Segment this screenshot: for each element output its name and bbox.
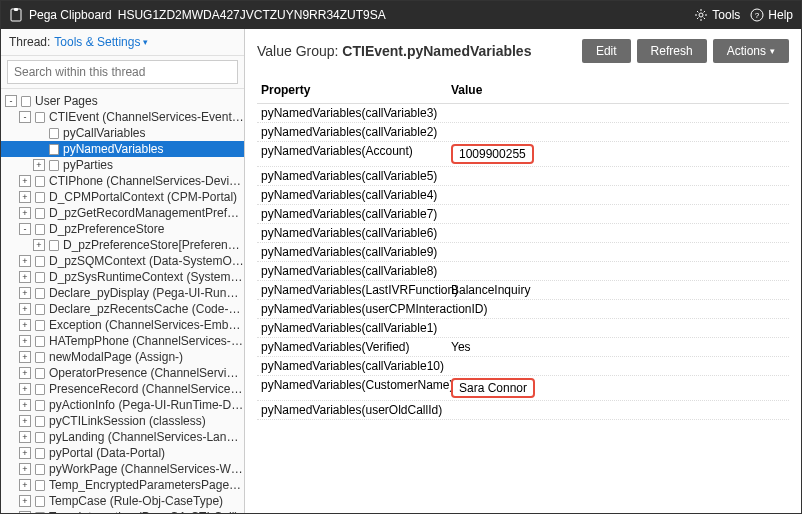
page-icon <box>48 127 60 139</box>
chevron-down-icon: ▾ <box>143 37 148 47</box>
tree-row[interactable]: +D_pzPreferenceStore[PreferenceOpera <box>1 237 244 253</box>
collapse-icon[interactable]: - <box>5 95 17 107</box>
expand-icon[interactable]: + <box>19 255 31 267</box>
tree-row[interactable]: +pyPortal (Data-Portal) <box>1 445 244 461</box>
tree-row[interactable]: +CTIPhone (ChannelServices-Device-Phone <box>1 173 244 189</box>
table-row[interactable]: pyNamedVariables(callVariable6) <box>257 224 789 243</box>
thread-selector[interactable]: Tools & Settings ▾ <box>54 35 148 49</box>
tree-row[interactable]: -User Pages <box>1 93 244 109</box>
table-row[interactable]: pyNamedVariables(userOldCallId) <box>257 401 789 420</box>
expand-icon[interactable]: + <box>19 415 31 427</box>
property-name: pyNamedVariables(callVariable5) <box>261 169 451 183</box>
page-icon <box>34 463 46 475</box>
tools-menu[interactable]: Tools <box>694 8 740 22</box>
tree-row[interactable]: +Declare_pzRecentsCache (Code-Pega-List) <box>1 301 244 317</box>
tree-row[interactable]: +pyActionInfo (Pega-UI-RunTime-Display) <box>1 397 244 413</box>
tree-row[interactable]: pyNamedVariables <box>1 141 244 157</box>
page-icon <box>20 95 32 107</box>
expand-icon[interactable]: + <box>19 351 31 363</box>
expand-icon[interactable]: + <box>19 271 31 283</box>
help-label: Help <box>768 8 793 22</box>
expand-icon[interactable]: + <box>19 287 31 299</box>
page-icon <box>48 239 60 251</box>
tree-row[interactable]: -CTIEvent (ChannelServices-Event-CTILink… <box>1 109 244 125</box>
tree-row[interactable]: +pyParties <box>1 157 244 173</box>
property-value <box>451 403 785 417</box>
edit-button[interactable]: Edit <box>582 39 631 63</box>
expand-icon[interactable]: + <box>19 319 31 331</box>
page-icon <box>34 399 46 411</box>
table-row[interactable]: pyNamedVariables(callVariable5) <box>257 167 789 186</box>
expand-icon[interactable]: + <box>19 447 31 459</box>
table-row[interactable]: pyNamedVariables(callVariable8) <box>257 262 789 281</box>
tree-row[interactable]: +D_CPMPortalContext (CPM-Portal) <box>1 189 244 205</box>
table-row[interactable]: pyNamedVariables(callVariable3) <box>257 104 789 123</box>
expand-icon[interactable]: + <box>19 175 31 187</box>
tree-row[interactable]: +Exception (ChannelServices-Embed-Excep <box>1 317 244 333</box>
expand-icon[interactable]: + <box>19 479 31 491</box>
tree-row[interactable]: +Declare_pyDisplay (Pega-UI-RunTime-Disp <box>1 285 244 301</box>
expand-icon[interactable]: + <box>19 383 31 395</box>
help-menu[interactable]: ? Help <box>750 8 793 22</box>
app-header: Pega Clipboard HSUG1ZD2MWDA427JVCTZUYN9R… <box>1 1 801 29</box>
tree-row[interactable]: +pyCTILinkSession (classless) <box>1 413 244 429</box>
page-icon <box>34 111 46 123</box>
property-name: pyNamedVariables(callVariable6) <box>261 226 451 240</box>
table-row[interactable]: pyNamedVariables(Account)1009900255 <box>257 142 789 167</box>
table-row[interactable]: pyNamedVariables(Verified)Yes <box>257 338 789 357</box>
tree-row[interactable]: +newModalPage (Assign-) <box>1 349 244 365</box>
tree-label: D_pzPreferenceStore <box>49 222 164 236</box>
expand-icon[interactable]: + <box>19 495 31 507</box>
tree-label: TempCase (Rule-Obj-CaseType) <box>49 494 223 508</box>
tree-row[interactable]: +TempCase (Rule-Obj-CaseType) <box>1 493 244 509</box>
collapse-icon[interactable]: - <box>19 111 31 123</box>
table-row[interactable]: pyNamedVariables(userCPMInteractionID) <box>257 300 789 319</box>
tree-row[interactable]: -D_pzPreferenceStore <box>1 221 244 237</box>
expand-icon[interactable]: + <box>19 463 31 475</box>
property-name: pyNamedVariables(callVariable4) <box>261 188 451 202</box>
property-name: pyNamedVariables(callVariable9) <box>261 245 451 259</box>
tree-row[interactable]: +pyWorkPage (ChannelServices-Wizard-CTI <box>1 461 244 477</box>
tree-row[interactable]: +pyLanding (ChannelServices-Landing-Peg <box>1 429 244 445</box>
table-row[interactable]: pyNamedVariables(CustomerName)Sara Conno… <box>257 376 789 401</box>
table-row[interactable]: pyNamedVariables(callVariable7) <box>257 205 789 224</box>
tree-row[interactable]: pyCallVariables <box>1 125 244 141</box>
table-row[interactable]: pyNamedVariables(callVariable2) <box>257 123 789 142</box>
page-icon <box>34 319 46 331</box>
header-left: Pega Clipboard HSUG1ZD2MWDA427JVCTZUYN9R… <box>9 8 386 22</box>
table-row[interactable]: pyNamedVariables(callVariable1) <box>257 319 789 338</box>
main-layout: Thread: Tools & Settings ▾ -User Pages-C… <box>1 29 801 513</box>
table-row[interactable]: pyNamedVariables(LastIVRFunction)Balance… <box>257 281 789 300</box>
expand-icon[interactable]: + <box>19 399 31 411</box>
tree-row[interactable]: +TempInteraction (PegaCA-CTI-Call) <box>1 509 244 513</box>
tree-row[interactable]: +D_pzGetRecordManagementPreferences <box>1 205 244 221</box>
expand-icon[interactable]: + <box>19 367 31 379</box>
refresh-button[interactable]: Refresh <box>637 39 707 63</box>
expand-icon[interactable]: + <box>19 335 31 347</box>
tree-row[interactable]: +Temp_EncryptedParametersPage (@base <box>1 477 244 493</box>
actions-button[interactable]: Actions▾ <box>713 39 789 63</box>
expand-icon[interactable]: + <box>19 511 31 513</box>
tree-row[interactable]: +OperatorPresence (ChannelServices-Oper <box>1 365 244 381</box>
tree-row[interactable]: +D_pzSysRuntimeContext (System-Runtime <box>1 269 244 285</box>
collapse-icon[interactable]: - <box>19 223 31 235</box>
expand-icon[interactable]: + <box>19 303 31 315</box>
expand-icon[interactable]: + <box>19 431 31 443</box>
table-row[interactable]: pyNamedVariables(callVariable9) <box>257 243 789 262</box>
clipboard-tree[interactable]: -User Pages-CTIEvent (ChannelServices-Ev… <box>1 89 244 513</box>
tree-row[interactable]: +PresenceRecord (ChannelServices-Opera <box>1 381 244 397</box>
tree-label: User Pages <box>35 94 98 108</box>
expand-icon[interactable]: + <box>19 191 31 203</box>
page-icon <box>34 191 46 203</box>
table-row[interactable]: pyNamedVariables(callVariable10) <box>257 357 789 376</box>
expand-icon[interactable]: + <box>19 207 31 219</box>
tree-row[interactable]: +HATempPhone (ChannelServices-Device-P <box>1 333 244 349</box>
expand-icon[interactable]: + <box>33 239 45 251</box>
tree-label: D_pzGetRecordManagementPreferences <box>49 206 244 220</box>
tree-label: newModalPage (Assign-) <box>49 350 183 364</box>
table-row[interactable]: pyNamedVariables(callVariable4) <box>257 186 789 205</box>
property-name: pyNamedVariables(callVariable2) <box>261 125 451 139</box>
expand-icon[interactable]: + <box>33 159 45 171</box>
search-input[interactable] <box>7 60 238 84</box>
tree-row[interactable]: +D_pzSQMContext (Data-SystemOperation <box>1 253 244 269</box>
